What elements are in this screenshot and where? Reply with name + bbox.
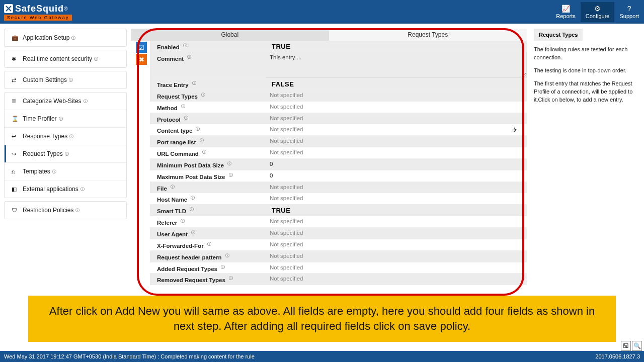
- field-value[interactable]: Not specified: [266, 251, 527, 262]
- brand-reg: ®: [64, 6, 67, 12]
- field-file: File ⓘNot specified: [150, 182, 527, 194]
- header-support[interactable]: ?Support: [614, 2, 644, 22]
- tab-global[interactable]: Global: [131, 29, 329, 41]
- info-icon: ⓘ: [191, 196, 195, 200]
- resize-handle[interactable]: [522, 73, 526, 77]
- field-minimum-post-data-size: Minimum Post Data Size ⓘ0: [150, 159, 527, 170]
- info-icon: ⓘ: [201, 93, 205, 97]
- field-value[interactable]: Not specified: [266, 136, 527, 147]
- field-comment: Comment ⓘThis entry ...: [150, 52, 527, 78]
- sidebar-item-request-types[interactable]: ↪Request Typesⓘ: [5, 145, 126, 162]
- field-value[interactable]: Not specified✈: [266, 124, 527, 135]
- info-icon: ⓘ: [75, 208, 79, 213]
- search-icon[interactable]: 🔍: [632, 341, 642, 351]
- info-icon: ⓘ: [190, 207, 194, 212]
- field-label: Request header pattern ⓘ: [150, 251, 266, 262]
- info-icon: ⓘ: [207, 242, 211, 246]
- sidebar-item-application-setup[interactable]: 💼Application Setupⓘ: [5, 29, 126, 46]
- confirm-button[interactable]: ☑: [136, 42, 147, 53]
- info-icon: ⓘ: [52, 169, 56, 174]
- field-smart-tld: Smart TLD ⓘTRUE: [150, 205, 527, 216]
- info-icon: ⓘ: [94, 56, 98, 62]
- info-icon: ⓘ: [191, 230, 195, 235]
- field-protocol: Protocol ⓘNot specified: [150, 113, 527, 125]
- sidebar-item-response-types[interactable]: ↩Response Typesⓘ: [5, 127, 126, 145]
- save-icon[interactable]: 🖫: [621, 341, 631, 351]
- field-label: Maximum Post Data Size ⓘ: [150, 170, 266, 182]
- field-label: Referer ⓘ: [150, 216, 266, 227]
- field-value[interactable]: Not specified: [266, 274, 527, 285]
- sidebar-item-restriction-policies[interactable]: 🛡Restriction Policiesⓘ: [5, 202, 126, 219]
- reports-icon: 📈: [556, 5, 576, 12]
- brand-name: SafeSquid: [15, 4, 64, 14]
- info-icon: ⓘ: [227, 161, 231, 166]
- delete-button[interactable]: ✖: [136, 54, 147, 65]
- field-value[interactable]: Not specified: [266, 193, 527, 204]
- status-text: Wed May 31 2017 19:12:47 GMT+0530 (India…: [4, 353, 255, 359]
- workspace: 💼Application Setupⓘ✱Real time content se…: [0, 24, 644, 343]
- info-icon: ⓘ: [229, 276, 233, 281]
- field-content-type: Content type ⓘNot specified✈: [150, 124, 527, 136]
- field-value[interactable]: FALSE: [266, 78, 527, 89]
- field-added-request-types: Added Request Types ⓘNot specified: [150, 262, 527, 274]
- field-port-range-list: Port range list ⓘNot specified: [150, 136, 527, 147]
- info-icon: ⓘ: [183, 43, 187, 48]
- info-icon: ⓘ: [187, 55, 191, 59]
- sidebar-item-time-profiler[interactable]: ⌛Time Profilerⓘ: [5, 110, 126, 127]
- field-value[interactable]: Not specified: [266, 182, 527, 193]
- info-icon: ⓘ: [184, 116, 188, 120]
- info-icon: ⓘ: [221, 265, 225, 269]
- sidebar-item-templates[interactable]: ⎌Templatesⓘ: [5, 162, 126, 180]
- field-value[interactable]: 0: [266, 159, 527, 170]
- annotation-text: After click on Add New you will same as …: [40, 304, 604, 333]
- field-label: Host Name ⓘ: [150, 193, 266, 204]
- sidebar-icon: 🛡: [12, 207, 19, 213]
- field-value[interactable]: Not specified: [266, 90, 527, 101]
- form-rows: Enabled ⓘTRUEComment ⓘThis entry ...Trac…: [150, 41, 527, 285]
- field-label: User Agent ⓘ: [150, 228, 266, 239]
- field-value[interactable]: Not specified: [266, 239, 527, 250]
- sidebar-icon: ↪: [12, 151, 19, 157]
- field-label: Removed Request Types ⓘ: [150, 274, 266, 285]
- field-label: Trace Entry ⓘ: [150, 78, 266, 89]
- field-label: X-Forwarded-For ⓘ: [150, 239, 266, 250]
- field-label: Method ⓘ: [150, 102, 266, 113]
- field-value[interactable]: Not specified: [266, 113, 527, 124]
- field-removed-request-types: Removed Request Types ⓘNot specified: [150, 274, 527, 285]
- header-reports[interactable]: 📈Reports: [551, 2, 581, 22]
- field-host-name: Host Name ⓘNot specified: [150, 193, 527, 205]
- field-value[interactable]: 0: [266, 170, 527, 182]
- field-value[interactable]: Not specified: [266, 102, 527, 113]
- field-label: Enabled ⓘ: [150, 41, 266, 52]
- field-url-command: URL Command ⓘNot specified: [150, 147, 527, 159]
- field-value[interactable]: TRUE: [266, 205, 527, 216]
- field-request-types: Request Types ⓘNot specified: [150, 90, 527, 102]
- field-label: Smart TLD ⓘ: [150, 205, 266, 216]
- header-configure[interactable]: ⚙Configure: [581, 2, 615, 22]
- info-icon: ⓘ: [69, 77, 73, 83]
- field-label: Port range list ⓘ: [150, 136, 266, 147]
- support-icon: ?: [619, 5, 639, 12]
- tab-request-types[interactable]: Request Types: [329, 29, 527, 41]
- field-value[interactable]: TRUE: [266, 41, 527, 52]
- sidebar-icon: ⌛: [12, 116, 19, 122]
- field-value[interactable]: Not specified: [266, 147, 527, 158]
- info-icon: ⓘ: [181, 104, 185, 109]
- info-paragraph: The first entry that matches the Request…: [534, 80, 635, 104]
- sidebar-item-custom-settings[interactable]: ⇄Custom Settingsⓘ: [5, 71, 126, 88]
- info-icon: ⓘ: [200, 138, 204, 143]
- sidebar-icon: ≣: [12, 98, 19, 105]
- sidebar-item-external-applications[interactable]: ◧External applicationsⓘ: [5, 180, 126, 198]
- field-label: Minimum Post Data Size ⓘ: [150, 159, 266, 170]
- field-value[interactable]: Not specified: [266, 228, 527, 239]
- sidebar-icon: 💼: [12, 35, 19, 41]
- sidebar: 💼Application Setupⓘ✱Real time content se…: [0, 24, 131, 343]
- send-icon[interactable]: ✈: [512, 126, 518, 134]
- field-value[interactable]: Not specified: [266, 216, 527, 227]
- field-value[interactable]: Not specified: [266, 262, 527, 274]
- field-label: Content type ⓘ: [150, 124, 266, 135]
- sidebar-item-categorize-web-sites[interactable]: ≣Categorize Web-Sitesⓘ: [5, 93, 126, 110]
- info-icon: ⓘ: [84, 99, 88, 104]
- field-value[interactable]: This entry ...: [266, 52, 527, 78]
- sidebar-item-real-time-content-security[interactable]: ✱Real time content securityⓘ: [5, 50, 126, 67]
